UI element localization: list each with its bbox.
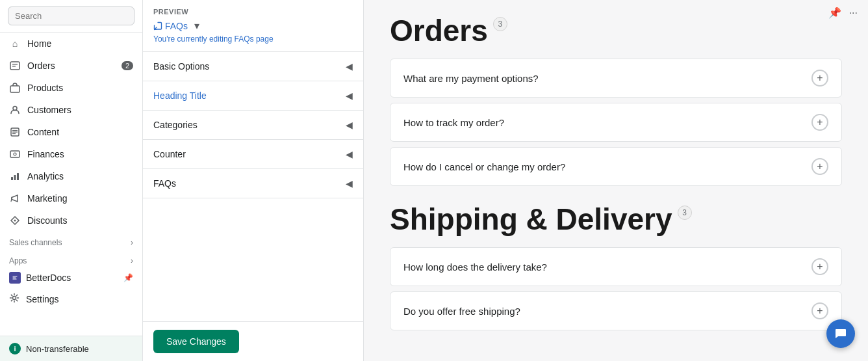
top-icons: 📌 ···	[828, 7, 858, 19]
editing-text: You're currently editing FAQs page	[153, 34, 353, 44]
section-label: Basic Options	[153, 61, 209, 72]
section-chevron-icon: ◀	[346, 120, 353, 130]
orders-section-title: Orders 3	[390, 13, 842, 48]
sidebar-item-marketing[interactable]: Marketing	[0, 187, 142, 209]
faq-expand-button[interactable]: +	[811, 114, 828, 131]
pin-top-icon[interactable]: 📌	[828, 7, 841, 19]
sidebar-item-home[interactable]: ⌂ Home	[0, 33, 142, 55]
section-chevron-icon: ◀	[346, 178, 353, 189]
sidebar-item-betterdocs[interactable]: BetterDocs 📌	[0, 268, 142, 287]
sidebar-item-label: Content	[27, 127, 59, 137]
sidebar-item-label: Orders	[27, 60, 55, 71]
sidebar-item-content[interactable]: Content	[0, 121, 142, 143]
sidebar-item-label: Home	[27, 38, 51, 49]
sidebar-item-settings[interactable]: Settings	[0, 287, 142, 310]
faq-expand-button[interactable]: +	[811, 70, 828, 87]
middle-panel: PREVIEW FAQs ▾ You're currently editing …	[143, 0, 364, 361]
orders-section: Orders 3 What are my payment options? + …	[390, 13, 842, 186]
products-icon	[9, 82, 21, 94]
sidebar-item-analytics[interactable]: Analytics	[0, 165, 142, 187]
sidebar-item-orders[interactable]: Orders 2	[0, 55, 142, 77]
betterdocs-app-icon	[9, 272, 21, 284]
sidebar-item-label: Customers	[27, 105, 71, 115]
faq-expand-button[interactable]: +	[811, 158, 828, 175]
shipping-section-title: Shipping & Delivery 3	[390, 202, 842, 237]
faq-item-text: Do you offer free shipping?	[403, 306, 520, 317]
analytics-icon	[9, 170, 21, 182]
sidebar-item-products[interactable]: Products	[0, 77, 142, 99]
faq-item: Do you offer free shipping? +	[390, 291, 842, 330]
save-changes-button[interactable]: Save Changes	[153, 330, 239, 353]
svg-rect-9	[10, 151, 19, 157]
section-categories[interactable]: Categories ◀	[143, 111, 363, 140]
pin-icon: 📌	[123, 273, 133, 282]
section-label: Heading Title	[153, 90, 207, 101]
sidebar-item-label: Products	[27, 83, 63, 93]
faq-item-text: How to track my order?	[403, 117, 504, 128]
section-heading-title[interactable]: Heading Title ◀	[143, 81, 363, 111]
orders-icon	[9, 60, 21, 72]
sidebar-item-label: Finances	[27, 149, 64, 159]
faq-item: How to track my order? +	[390, 103, 842, 142]
section-basic-options[interactable]: Basic Options ◀	[143, 52, 363, 81]
middle-header: PREVIEW FAQs ▾ You're currently editing …	[143, 0, 363, 52]
faq-item: How long does the delivery take? +	[390, 247, 842, 286]
settings-icon	[9, 293, 19, 305]
sidebar-item-discounts[interactable]: Discounts	[0, 209, 142, 232]
sidebar-item-label: Discounts	[27, 215, 67, 226]
editing-page: FAQs page	[235, 34, 274, 44]
faqs-link-text: FAQs	[165, 21, 188, 31]
sidebar-item-finances[interactable]: Finances	[0, 143, 142, 165]
sidebar-bottom-notice: i Non-transferable	[0, 336, 142, 361]
sidebar-item-label: Analytics	[27, 171, 64, 181]
section-chevron-icon: ◀	[346, 61, 353, 72]
orders-count-badge: 3	[493, 17, 507, 31]
sidebar-item-customers[interactable]: Customers	[0, 99, 142, 121]
faq-expand-button[interactable]: +	[811, 302, 828, 319]
svg-point-14	[14, 220, 16, 222]
section-label: Counter	[153, 149, 186, 159]
search-input[interactable]	[8, 7, 134, 25]
sales-channels-label: Sales channels	[9, 238, 62, 247]
preview-label: PREVIEW	[153, 8, 353, 16]
section-faqs[interactable]: FAQs ◀	[143, 169, 363, 198]
faq-item-text: What are my payment options?	[403, 73, 539, 84]
apps-label: Apps	[9, 256, 27, 265]
faq-item-text: How do I cancel or change my order?	[403, 161, 565, 172]
section-chevron-icon: ◀	[346, 90, 353, 101]
faq-expand-button[interactable]: +	[811, 258, 828, 275]
save-btn-row: Save Changes	[143, 321, 363, 361]
apps-arrow: ›	[131, 256, 133, 265]
betterdocs-label: BetterDocs	[26, 273, 71, 283]
settings-label: Settings	[26, 294, 59, 304]
svg-point-4	[13, 107, 17, 111]
faq-item: What are my payment options? +	[390, 59, 842, 98]
more-options-icon[interactable]: ···	[849, 7, 858, 19]
svg-point-16	[13, 297, 16, 300]
content-icon	[9, 126, 21, 138]
faq-item: How do I cancel or change my order? +	[390, 147, 842, 186]
preview-panel: 📌 ··· Orders 3 What are my payment optio…	[364, 0, 868, 361]
info-icon: i	[9, 343, 21, 354]
non-transferable-label: Non-transferable	[26, 344, 89, 354]
faq-item-text: How long does the delivery take?	[403, 261, 547, 273]
chevron-down-icon[interactable]: ▾	[194, 20, 199, 32]
sidebar-item-label: Marketing	[27, 193, 67, 204]
section-label: FAQs	[153, 178, 176, 189]
section-counter[interactable]: Counter ◀	[143, 140, 363, 169]
chat-button[interactable]	[826, 319, 855, 348]
discounts-icon	[9, 215, 21, 226]
svg-point-10	[14, 153, 16, 155]
customers-icon	[9, 104, 21, 116]
faqs-link-row: FAQs ▾	[153, 20, 353, 32]
apps-section[interactable]: Apps ›	[0, 250, 142, 268]
svg-rect-12	[14, 175, 16, 180]
sales-channels-section: Sales channels ›	[0, 232, 142, 250]
section-label: Categories	[153, 120, 198, 130]
svg-rect-3	[10, 86, 19, 92]
faqs-link[interactable]: FAQs	[153, 21, 188, 31]
section-chevron-icon: ◀	[346, 149, 353, 159]
finances-icon	[9, 148, 21, 160]
svg-rect-11	[11, 177, 13, 180]
shipping-count-badge: 3	[678, 206, 692, 220]
